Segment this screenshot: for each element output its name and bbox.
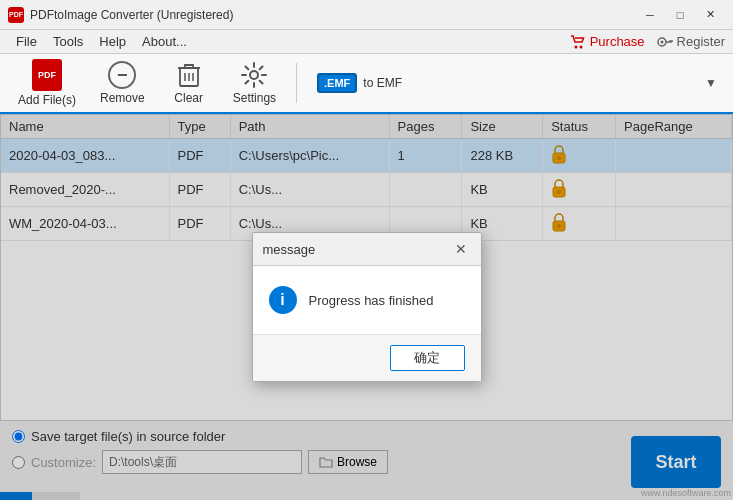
titlebar: PDF PDFtoImage Converter (Unregistered) … [0, 0, 733, 30]
settings-label: Settings [233, 91, 276, 105]
menu-about[interactable]: About... [134, 32, 195, 51]
clear-icon-container [173, 61, 205, 89]
add-files-icon: PDF [31, 59, 63, 91]
clear-label: Clear [174, 91, 203, 105]
emf-badge: .EMF [317, 73, 357, 93]
to-emf-label: to EMF [363, 76, 402, 90]
settings-icon-container [238, 61, 270, 89]
menubar-right: Purchase Register [570, 34, 725, 49]
register-label: Register [677, 34, 725, 49]
remove-label: Remove [100, 91, 145, 105]
svg-point-0 [574, 45, 577, 48]
cart-icon [570, 35, 586, 49]
modal-body: i Progress has finished [253, 266, 481, 334]
close-button[interactable]: ✕ [695, 4, 725, 26]
pdf-small-icon: PDF [8, 7, 24, 23]
svg-point-1 [579, 45, 582, 48]
add-files-button[interactable]: PDF Add File(s) [8, 57, 86, 109]
settings-button[interactable]: Settings [223, 57, 286, 109]
info-icon: i [269, 286, 297, 314]
toolbar: PDF Add File(s) − Remove Clear Settings [0, 54, 733, 114]
menu-tools[interactable]: Tools [45, 32, 91, 51]
svg-point-5 [250, 71, 258, 79]
info-symbol: i [280, 291, 284, 309]
window-title: PDFtoImage Converter (Unregistered) [30, 8, 635, 22]
modal-dialog: message ✕ i Progress has finished 确定 [252, 232, 482, 382]
register-button[interactable]: Register [657, 34, 725, 49]
window-controls: ─ □ ✕ [635, 4, 725, 26]
minimize-button[interactable]: ─ [635, 4, 665, 26]
maximize-button[interactable]: □ [665, 4, 695, 26]
modal-footer: 确定 [253, 334, 481, 381]
menubar: File Tools Help About... Purchase Regist… [0, 30, 733, 54]
modal-message: Progress has finished [309, 293, 434, 308]
svg-point-3 [660, 40, 663, 43]
remove-button[interactable]: − Remove [90, 57, 155, 109]
modal-close-button[interactable]: ✕ [451, 239, 471, 259]
dropdown-arrow[interactable]: ▼ [697, 76, 725, 90]
remove-icon: − [108, 61, 136, 89]
remove-icon-container: − [106, 61, 138, 89]
app-icon: PDF [8, 7, 24, 23]
modal-titlebar: message ✕ [253, 233, 481, 266]
trash-icon [177, 61, 201, 89]
add-files-label: Add File(s) [18, 93, 76, 107]
key-icon [657, 35, 673, 49]
main-content: Name Type Path Pages Size Status PageRan… [0, 114, 733, 500]
modal-overlay: message ✕ i Progress has finished 确定 [0, 114, 733, 500]
gear-icon [240, 61, 268, 89]
format-button[interactable]: .EMF to EMF [307, 57, 412, 109]
modal-title: message [263, 242, 316, 257]
ok-button[interactable]: 确定 [390, 345, 465, 371]
clear-button[interactable]: Clear [159, 57, 219, 109]
purchase-button[interactable]: Purchase [570, 34, 645, 49]
menu-file[interactable]: File [8, 32, 45, 51]
purchase-label: Purchase [590, 34, 645, 49]
toolbar-separator [296, 63, 297, 103]
pdf-icon: PDF [32, 59, 62, 91]
menu-help[interactable]: Help [91, 32, 134, 51]
